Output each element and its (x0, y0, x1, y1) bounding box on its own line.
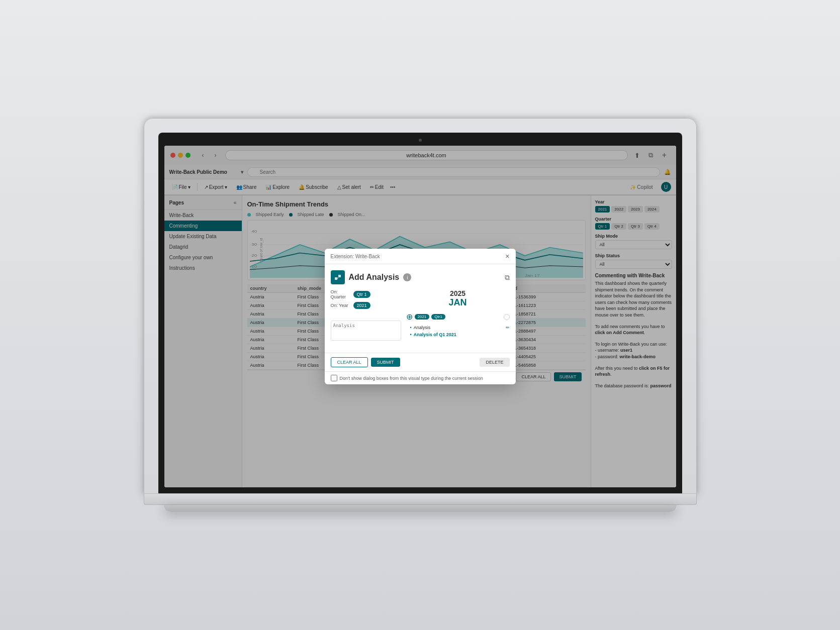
laptop-bottom (164, 505, 677, 512)
comment-edit-icon[interactable]: ✏ (506, 325, 510, 330)
expand-icon[interactable]: ⊕ (406, 312, 413, 322)
modal-title: Add Analysis (349, 273, 400, 282)
modal-tag-row: ⊕ 2021 Qtr1 (406, 312, 510, 322)
svg-rect-11 (335, 277, 337, 280)
year-display: 2025 (406, 289, 510, 297)
screen-bezel: ‹ › writeback4t.com ⬆ ⧉ + (158, 133, 682, 493)
quarter-filter-row: On: Quarter Qtr 1 (331, 289, 401, 299)
checkbox-label: Don't show dialog boxes from this visual… (340, 376, 483, 381)
modal-checkbox-row: Don't show dialog boxes from this visual… (325, 371, 516, 384)
camera-dot (419, 139, 422, 142)
modal-body: Add Analysis i ⧉ On: Quarter Qtr 1 (325, 264, 516, 353)
modal-footer: CLEAR ALL SUBMIT DELETE (325, 353, 516, 371)
modal-clear-all-button[interactable]: CLEAR ALL (331, 357, 368, 367)
modal-overlay: Extension: Write-Back × (164, 146, 676, 487)
quarter-badge: Qtr 1 (353, 291, 370, 298)
comment-item-analysis[interactable]: Analysis ✏ (410, 324, 510, 331)
modal-right: 2025 JAN ⊕ 2021 Qtr1 (406, 289, 510, 347)
modal-title-row: Add Analysis i ⧉ (331, 270, 510, 284)
laptop-lid: ‹ › writeback4t.com ⬆ ⧉ + (144, 118, 697, 494)
laptop-base (144, 494, 697, 505)
svg-rect-12 (338, 275, 341, 277)
analysis-textarea[interactable] (331, 321, 401, 341)
radio-selector[interactable] (504, 314, 510, 320)
writeback-logo-icon (334, 273, 342, 281)
screen: ‹ › writeback4t.com ⬆ ⧉ + (164, 146, 676, 487)
modal-info-button[interactable]: i (403, 273, 411, 281)
laptop-shell: ‹ › writeback4t.com ⬆ ⧉ + (144, 118, 697, 512)
month-display: JAN (406, 297, 510, 308)
modal-submit-button[interactable]: SUBMIT (371, 358, 400, 367)
modal-header: Extension: Write-Back × (325, 249, 516, 264)
year-filter-row: On: Year 2021 (331, 302, 401, 309)
comment-list: Analysis ✏ Analysis of Q1 2021 (406, 324, 510, 338)
modal-icon (331, 270, 345, 284)
modal-delete-button[interactable]: DELETE (480, 358, 509, 367)
comment-item-analysis-q1[interactable]: Analysis of Q1 2021 (410, 331, 510, 338)
tag-qtr1: Qtr1 (431, 314, 445, 320)
tag-2021: 2021 (415, 314, 430, 320)
modal-header-title: Extension: Write-Back (331, 254, 380, 259)
modal-content-area: On: Quarter Qtr 1 On: Year 2021 (331, 289, 510, 347)
modal-close-button[interactable]: × (505, 253, 509, 260)
year-badge: 2021 (353, 302, 370, 309)
modal-copy-button[interactable]: ⧉ (505, 273, 510, 282)
modal-left: On: Quarter Qtr 1 On: Year 2021 (331, 289, 401, 347)
dont-show-checkbox[interactable] (331, 375, 337, 381)
year-display-area: 2025 JAN (406, 289, 510, 308)
modal: Extension: Write-Back × (325, 249, 516, 384)
